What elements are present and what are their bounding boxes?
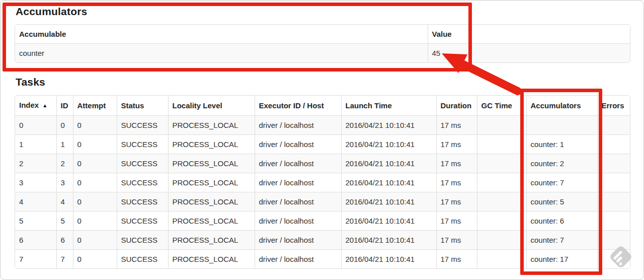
table-row: 440SUCCESSPROCESS_LOCALdriver / localhos…: [15, 192, 630, 212]
table-cell: 2016/04/21 10:10:41: [341, 173, 436, 192]
table-cell: SUCCESS: [117, 212, 168, 231]
sort-ascending-icon: ▲: [42, 103, 47, 108]
table-cell: 0: [73, 135, 117, 154]
table-cell: [477, 231, 526, 250]
table-cell: 0: [73, 250, 117, 269]
table-cell: 0: [73, 231, 117, 250]
col-header-gc-time[interactable]: GC Time: [477, 96, 526, 116]
table-cell: 17 ms: [436, 116, 477, 135]
table-cell: 0: [73, 116, 117, 135]
table-cell: PROCESS_LOCAL: [168, 116, 255, 135]
table-cell: 2016/04/21 10:10:41: [341, 154, 436, 173]
col-header-executor-id-host[interactable]: Executor ID / Host: [255, 96, 341, 116]
col-header-id[interactable]: ID: [56, 96, 73, 116]
table-cell: 5: [56, 212, 73, 231]
table-cell: driver / localhost: [255, 250, 341, 269]
accumulators-table-container: Accumulable Value counter45: [15, 24, 630, 63]
table-cell: SUCCESS: [117, 154, 168, 173]
table-cell: [477, 116, 526, 135]
col-header-launch-time[interactable]: Launch Time: [341, 96, 436, 116]
table-cell: 17 ms: [436, 173, 477, 192]
table-cell: 2: [56, 154, 73, 173]
col-header-accumulators[interactable]: Accumulators: [526, 96, 597, 116]
table-cell: 45: [428, 44, 630, 63]
table-cell: [597, 250, 630, 269]
table-cell: [477, 192, 526, 212]
table-cell: 0: [73, 154, 117, 173]
table-cell: PROCESS_LOCAL: [168, 212, 255, 231]
accumulators-table: Accumulable Value counter45: [15, 25, 630, 62]
table-cell: 2016/04/21 10:10:41: [341, 250, 436, 269]
table-row: 770SUCCESSPROCESS_LOCALdriver / localhos…: [15, 250, 630, 269]
table-cell: [597, 173, 630, 192]
table-cell: 3: [15, 173, 56, 192]
table-cell: 17 ms: [436, 250, 477, 269]
col-header-attempt[interactable]: Attempt: [73, 96, 117, 116]
table-cell: SUCCESS: [117, 192, 168, 212]
table-cell: [597, 154, 630, 173]
accumulators-section-title: Accumulators: [16, 6, 87, 17]
col-header-status[interactable]: Status: [117, 96, 168, 116]
table-cell: counter: 1: [526, 135, 597, 154]
tasks-table-body: 000SUCCESSPROCESS_LOCALdriver / localhos…: [15, 116, 630, 269]
table-cell: counter: 6: [526, 212, 597, 231]
table-cell: 6: [56, 231, 73, 250]
col-header-accumulable: Accumulable: [15, 25, 428, 44]
table-row: 660SUCCESSPROCESS_LOCALdriver / localhos…: [15, 231, 630, 250]
table-cell: counter: 7: [526, 173, 597, 192]
table-row: 550SUCCESSPROCESS_LOCALdriver / localhos…: [15, 212, 630, 231]
table-row: 000SUCCESSPROCESS_LOCALdriver / localhos…: [15, 116, 630, 135]
table-cell: PROCESS_LOCAL: [168, 173, 255, 192]
tasks-section-title: Tasks: [16, 76, 45, 88]
table-cell: 1: [15, 135, 56, 154]
table-cell: 6: [15, 231, 56, 250]
table-cell: 0: [56, 116, 73, 135]
table-cell: 17 ms: [436, 212, 477, 231]
table-cell: PROCESS_LOCAL: [168, 154, 255, 173]
table-cell: 2016/04/21 10:10:41: [341, 116, 436, 135]
table-cell: 0: [73, 212, 117, 231]
table-cell: counter: [15, 44, 428, 63]
table-cell: SUCCESS: [117, 116, 168, 135]
table-cell: 4: [15, 192, 56, 212]
table-cell: driver / localhost: [255, 231, 341, 250]
table-cell: 17 ms: [436, 192, 477, 212]
table-cell: 1: [56, 135, 73, 154]
table-cell: 17 ms: [436, 231, 477, 250]
table-row: 110SUCCESSPROCESS_LOCALdriver / localhos…: [15, 135, 630, 154]
col-header-duration[interactable]: Duration: [436, 96, 477, 116]
table-cell: SUCCESS: [117, 231, 168, 250]
table-cell: SUCCESS: [117, 173, 168, 192]
col-header-value: Value: [428, 25, 630, 44]
table-cell: driver / localhost: [255, 135, 341, 154]
table-cell: PROCESS_LOCAL: [168, 192, 255, 212]
table-cell: counter: 5: [526, 192, 597, 212]
table-cell: [526, 116, 597, 135]
table-cell: driver / localhost: [255, 212, 341, 231]
table-cell: [597, 212, 630, 231]
table-row: 330SUCCESSPROCESS_LOCALdriver / localhos…: [15, 173, 630, 192]
table-cell: [597, 231, 630, 250]
table-row: counter45: [15, 44, 630, 63]
accumulators-table-body: counter45: [15, 44, 630, 63]
table-cell: driver / localhost: [255, 116, 341, 135]
table-cell: [597, 116, 630, 135]
table-cell: counter: 17: [526, 250, 597, 269]
col-header-index-label: Index: [19, 101, 39, 109]
table-cell: SUCCESS: [117, 135, 168, 154]
table-cell: 2: [15, 154, 56, 173]
tasks-table: Index▲ ID Attempt Status Locality Level …: [15, 96, 630, 268]
col-header-locality-level[interactable]: Locality Level: [168, 96, 255, 116]
table-cell: driver / localhost: [255, 154, 341, 173]
table-cell: driver / localhost: [255, 192, 341, 212]
table-cell: 7: [56, 250, 73, 269]
table-cell: SUCCESS: [117, 250, 168, 269]
table-cell: [477, 212, 526, 231]
col-header-index[interactable]: Index▲: [15, 96, 56, 116]
tasks-header-row: Index▲ ID Attempt Status Locality Level …: [15, 96, 630, 116]
table-cell: 3: [56, 173, 73, 192]
col-header-errors[interactable]: Errors: [597, 96, 630, 116]
tasks-table-container: Index▲ ID Attempt Status Locality Level …: [15, 95, 630, 269]
table-cell: 7: [15, 250, 56, 269]
table-cell: 0: [73, 173, 117, 192]
